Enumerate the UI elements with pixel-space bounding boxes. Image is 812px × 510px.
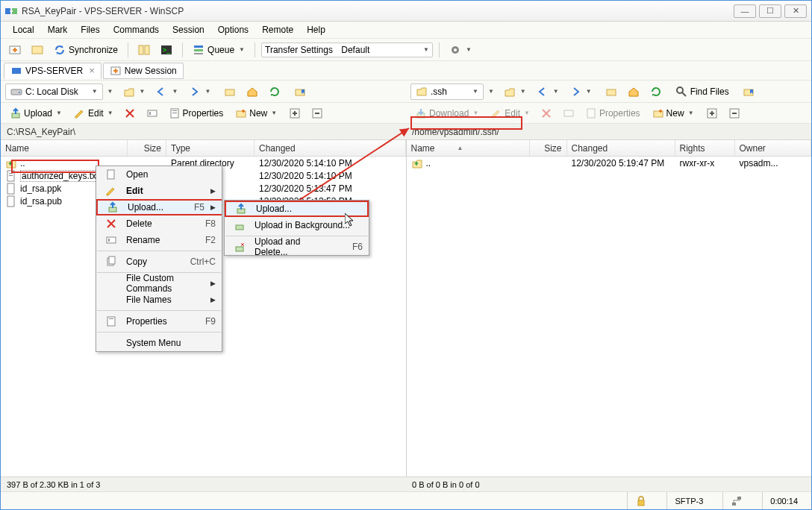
menu-local[interactable]: Local bbox=[7, 22, 40, 37]
sites-button[interactable] bbox=[28, 42, 47, 58]
right-back-button[interactable]: ▼ bbox=[533, 84, 563, 100]
menu-files[interactable]: Files bbox=[75, 22, 105, 37]
left-disk-history[interactable]: ▼ bbox=[107, 88, 113, 95]
svg-rect-15 bbox=[11, 89, 22, 95]
plus-button[interactable] bbox=[284, 105, 305, 122]
right-parent-button[interactable]: ▼ bbox=[500, 84, 530, 100]
right-pane: Name▲ Size Changed Rights Owner .. 12/30… bbox=[407, 140, 812, 476]
svg-rect-48 bbox=[109, 256, 115, 264]
compare-button[interactable] bbox=[134, 42, 154, 58]
minimize-button[interactable]: — bbox=[734, 4, 756, 18]
right-file-list[interactable]: .. 12/30/2020 5:19:47 PM rwxr-xr-x vpsad… bbox=[407, 157, 812, 476]
svg-rect-23 bbox=[148, 110, 157, 116]
tab-close-icon[interactable]: × bbox=[89, 65, 95, 76]
menu-remote[interactable]: Remote bbox=[256, 22, 299, 37]
menu-upload[interactable]: Upload...F5▶ bbox=[96, 199, 222, 215]
menu-session[interactable]: Session bbox=[166, 22, 210, 37]
properties-button[interactable]: Properties bbox=[164, 105, 228, 122]
menu-custom[interactable]: File Custom Commands▶ bbox=[96, 275, 222, 292]
left-fwd-button[interactable]: ▼ bbox=[184, 84, 214, 100]
upload-button[interactable]: Upload▼ bbox=[5, 105, 66, 122]
menu-open[interactable]: Open bbox=[96, 166, 222, 183]
col-size[interactable]: Size bbox=[128, 140, 166, 156]
right-rename-button[interactable] bbox=[558, 105, 579, 122]
menu-rename[interactable]: RenameF2 bbox=[96, 232, 222, 248]
list-item[interactable]: .. 12/30/2020 5:19:47 PM rwxr-xr-x vpsad… bbox=[407, 157, 812, 169]
left-path[interactable]: C:\RSA_KeyPair\ bbox=[1, 124, 406, 140]
left-bookmark-button[interactable] bbox=[290, 84, 310, 100]
right-fwd-button[interactable]: ▼ bbox=[566, 84, 596, 100]
left-back-button[interactable]: ▼ bbox=[152, 84, 181, 100]
window-title: RSA_KeyPair - VPS-SERVER - WinSCP bbox=[22, 6, 734, 16]
right-plus-button[interactable] bbox=[702, 105, 722, 122]
right-edit-button[interactable]: Edit▼ bbox=[486, 105, 534, 122]
new-session-button[interactable] bbox=[5, 42, 25, 58]
menu-commands[interactable]: Commands bbox=[107, 22, 165, 37]
transfer-settings-button[interactable]: Transfer Settings Default ▼ bbox=[261, 42, 433, 57]
session-tabs: VPS-SERVER × New Session bbox=[1, 61, 811, 81]
col-name[interactable]: Name▲ bbox=[407, 140, 530, 156]
preferences-button[interactable]: ▼ bbox=[446, 42, 475, 58]
right-new-button[interactable]: New▼ bbox=[648, 105, 699, 122]
right-refresh-button[interactable] bbox=[646, 84, 666, 100]
right-dir-history[interactable]: ▼ bbox=[488, 88, 494, 95]
rename-icon-button[interactable] bbox=[142, 105, 163, 122]
right-properties-button[interactable]: Properties bbox=[581, 105, 645, 122]
submenu-upload[interactable]: Upload... bbox=[225, 201, 369, 217]
menu-properties[interactable]: PropertiesF9 bbox=[96, 313, 222, 330]
col-name[interactable]: Name bbox=[1, 140, 128, 156]
submenu-upload-bg[interactable]: Upload in Background... bbox=[225, 217, 369, 233]
tab-vps-server[interactable]: VPS-SERVER × bbox=[4, 63, 102, 79]
menu-filenames[interactable]: File Names▶ bbox=[96, 292, 222, 308]
svg-rect-37 bbox=[9, 173, 13, 174]
left-parent-button[interactable]: ▼ bbox=[119, 84, 149, 100]
minus-button[interactable] bbox=[307, 105, 328, 122]
right-bookmark-button[interactable] bbox=[739, 84, 758, 100]
menu-edit[interactable]: Edit▶ bbox=[96, 183, 222, 199]
tab-new-session[interactable]: New Session bbox=[103, 63, 184, 79]
right-nav: .ssh ▼ ▼ ▼ ▼ ▼ Find Files bbox=[406, 81, 811, 103]
menu-mark[interactable]: Mark bbox=[42, 22, 74, 37]
new-button[interactable]: New▼ bbox=[231, 105, 281, 122]
right-dir-select[interactable]: .ssh ▼ bbox=[410, 84, 484, 100]
close-button[interactable]: ✕ bbox=[784, 4, 807, 18]
svg-rect-3 bbox=[32, 46, 43, 54]
upload-label: Upload bbox=[24, 108, 52, 119]
left-list-header: Name Size Type Changed bbox=[1, 140, 406, 157]
right-delete-button[interactable] bbox=[536, 105, 557, 122]
elapsed-time: 0:00:14 bbox=[762, 492, 805, 509]
left-refresh-button[interactable] bbox=[265, 84, 284, 100]
menu-copy[interactable]: CopyCtrl+C bbox=[96, 254, 222, 270]
left-disk-select[interactable]: C: Local Disk ▼ bbox=[5, 84, 103, 100]
submenu-upload-del[interactable]: Upload and Delete...F6 bbox=[225, 239, 369, 255]
menu-help[interactable]: Help bbox=[301, 22, 331, 37]
right-path[interactable]: /home/vpsadmin/.ssh/ bbox=[406, 124, 811, 140]
col-type[interactable]: Type bbox=[166, 140, 254, 156]
maximize-button[interactable]: ☐ bbox=[759, 4, 781, 18]
col-size[interactable]: Size bbox=[530, 140, 567, 156]
find-files-button[interactable]: Find Files bbox=[672, 84, 733, 100]
console-button[interactable]: >_ bbox=[157, 42, 176, 58]
svg-rect-13 bbox=[12, 68, 21, 74]
right-home-button[interactable] bbox=[624, 84, 643, 100]
right-root-button[interactable] bbox=[602, 84, 621, 100]
col-owner[interactable]: Owner bbox=[735, 140, 812, 156]
right-minus-button[interactable] bbox=[724, 105, 745, 122]
svg-point-20 bbox=[677, 87, 683, 93]
left-nav: C: Local Disk ▼ ▼ ▼ ▼ ▼ bbox=[1, 81, 406, 103]
col-rights[interactable]: Rights bbox=[675, 140, 735, 156]
col-changed[interactable]: Changed bbox=[254, 140, 406, 156]
svg-rect-27 bbox=[237, 111, 246, 117]
synchronize-button[interactable]: Synchronize bbox=[50, 42, 122, 58]
download-button[interactable]: Download▼ bbox=[410, 105, 483, 122]
menu-options[interactable]: Options bbox=[212, 22, 254, 37]
col-changed[interactable]: Changed bbox=[567, 140, 675, 156]
left-home-button[interactable] bbox=[243, 84, 262, 100]
lock-icon bbox=[627, 492, 655, 509]
edit-button[interactable]: Edit▼ bbox=[69, 105, 118, 122]
queue-button[interactable]: Queue ▼ bbox=[189, 42, 249, 58]
menu-system[interactable]: System Menu bbox=[96, 335, 222, 351]
menu-delete[interactable]: DeleteF8 bbox=[96, 215, 222, 232]
left-root-button[interactable] bbox=[220, 84, 240, 100]
delete-button[interactable] bbox=[119, 105, 140, 122]
